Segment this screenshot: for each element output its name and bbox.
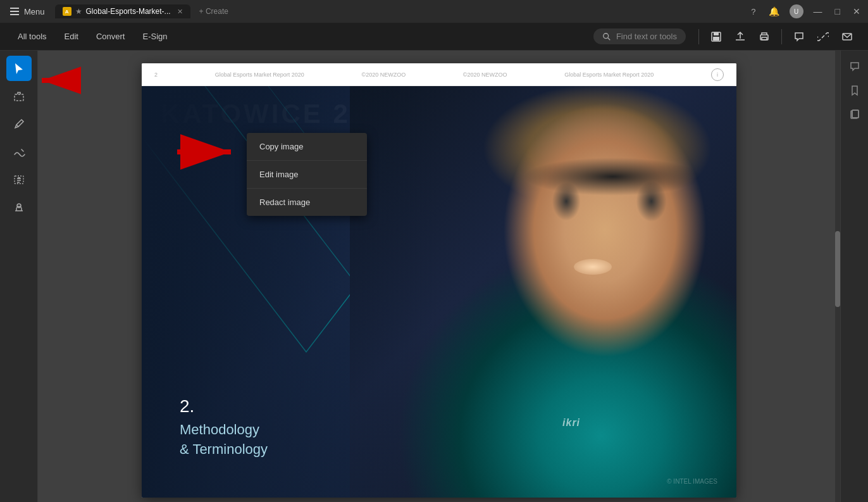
pdf-text-content: 2. Methodology & Terminology <box>180 396 268 460</box>
mail-icon[interactable] <box>836 26 858 47</box>
minimize-button[interactable]: — <box>811 4 825 19</box>
search-bar[interactable]: Find text or tools <box>593 28 686 44</box>
svg-rect-8 <box>15 94 23 101</box>
esign-menu[interactable]: E-Sign <box>135 28 175 45</box>
pages-panel-tool[interactable] <box>844 104 865 125</box>
notifications-icon[interactable]: 🔔 <box>766 4 782 19</box>
svg-point-0 <box>604 33 609 38</box>
pdf-section-number: 2. <box>180 396 268 417</box>
left-sidebar <box>0 51 38 502</box>
edit-image-option[interactable]: Edit image <box>247 161 367 189</box>
new-tab-button[interactable]: + Create <box>193 4 235 18</box>
main-content: 2 Global Esports Market Report 2020 ©202… <box>38 51 840 502</box>
app-body: 2 Global Esports Market Report 2020 ©202… <box>0 51 868 502</box>
svg-rect-3 <box>714 32 719 35</box>
maximize-button[interactable]: □ <box>833 4 843 19</box>
hamburger-icon <box>10 8 19 15</box>
help-icon[interactable]: ? <box>748 4 758 19</box>
tab-bar: A ★ Global-Esports-Market-... ✕ + Create <box>55 4 744 18</box>
tab-label: Global-Esports-Market-... <box>86 7 171 16</box>
copy-image-option[interactable]: Copy image <box>247 133 367 161</box>
area-select-tool[interactable] <box>6 84 32 109</box>
svg-point-11 <box>17 204 21 208</box>
close-button[interactable]: ✕ <box>850 4 863 19</box>
toolbar-icons <box>695 26 858 47</box>
window-controls: ? 🔔 U — □ ✕ <box>748 4 863 19</box>
right-panel <box>840 51 868 502</box>
pdf-page: 2 Global Esports Market Report 2020 ©202… <box>142 63 736 498</box>
menu-bar: All tools Edit Convert E-Sign Find text … <box>0 23 868 51</box>
pdf-header: 2 Global Esports Market Report 2020 ©202… <box>142 63 736 86</box>
pdf-header-right-text: Global Esports Market Report 2020 <box>564 72 654 78</box>
redact-image-option[interactable]: Redact image <box>247 189 367 216</box>
menu-button[interactable]: Menu <box>5 4 50 19</box>
pdf-section-title: Methodology & Terminology <box>180 420 268 460</box>
tab-favicon: A <box>63 7 71 16</box>
title-bar: Menu A ★ Global-Esports-Market-... ✕ + C… <box>0 0 868 23</box>
bookmark-panel-tool[interactable] <box>844 80 865 101</box>
all-tools-menu[interactable]: All tools <box>10 28 54 45</box>
pdf-header-center-right: ©2020 NEWZOO <box>463 72 507 78</box>
toolbar-divider-2 <box>781 29 782 44</box>
pdf-header-center-left: ©2020 NEWZOO <box>362 72 406 78</box>
link-icon[interactable] <box>812 26 834 47</box>
search-icon <box>602 32 611 41</box>
save-icon[interactable] <box>705 26 727 47</box>
svg-line-1 <box>608 37 611 40</box>
pdf-header-left-text: Global Esports Market Report 2020 <box>215 72 304 78</box>
pdf-header-page-num: 2 <box>154 72 158 78</box>
comment-panel-tool[interactable] <box>844 56 865 77</box>
pdf-header-icon: i <box>711 68 724 81</box>
svg-rect-6 <box>762 37 767 40</box>
svg-rect-15 <box>852 110 859 118</box>
convert-menu[interactable]: Convert <box>89 28 133 45</box>
svg-rect-4 <box>713 37 719 41</box>
tab-star-icon: ★ <box>75 7 82 16</box>
edit-menu[interactable]: Edit <box>57 28 86 45</box>
jersey-text: ikri <box>562 417 613 436</box>
scrollbar-track[interactable] <box>835 51 840 502</box>
search-placeholder: Find text or tools <box>616 32 677 41</box>
text-select-tool[interactable] <box>6 167 32 192</box>
scrollbar-thumb[interactable] <box>835 231 840 307</box>
cursor-tool[interactable] <box>6 56 32 81</box>
context-menu: Copy image Edit image Redact image <box>247 133 367 216</box>
brand-logo: © INTEL IMAGES <box>667 478 717 485</box>
pdf-dark-section: KATOWICE 2019 <box>142 86 736 498</box>
stamp-tool[interactable] <box>6 195 32 220</box>
new-tab-label: + Create <box>199 7 228 16</box>
comment-icon[interactable] <box>788 26 810 47</box>
menu-label: Menu <box>24 7 45 16</box>
svg-rect-10 <box>18 177 20 179</box>
avatar[interactable]: U <box>790 4 803 18</box>
print-icon[interactable] <box>753 26 775 47</box>
smile-highlight <box>574 259 612 275</box>
tab-close-button[interactable]: ✕ <box>177 8 183 16</box>
upload-icon[interactable] <box>729 26 751 47</box>
player-image: ikri <box>350 86 736 498</box>
active-tab[interactable]: A ★ Global-Esports-Market-... ✕ <box>55 4 190 18</box>
toolbar-divider <box>698 29 699 44</box>
draw-tool[interactable] <box>6 139 32 165</box>
annotate-tool[interactable] <box>6 111 32 137</box>
